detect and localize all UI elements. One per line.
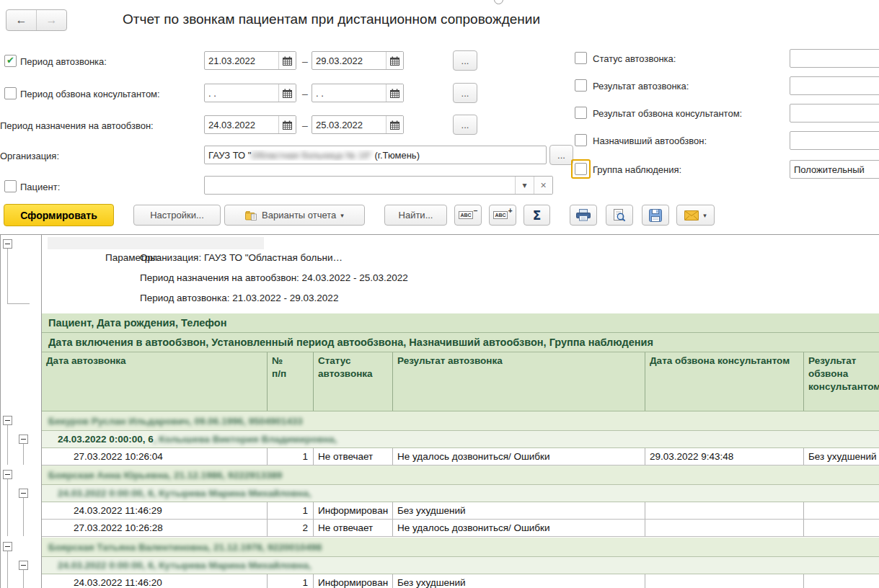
status-autocall-checkbox[interactable] [575,52,587,64]
tree-collapse-group-3[interactable] [3,542,12,551]
preview-icon [613,209,626,222]
abc-icon: ABC [493,211,507,219]
band2-text: Дата включения в автообзвон, Установленн… [48,337,653,348]
observation-group-field[interactable]: Положительный [790,160,879,179]
patient-field[interactable]: ▾ × [204,176,553,195]
patient-group-row[interactable]: Боярская Татьяна Валентиновна, 21.12.197… [42,538,879,557]
tree-line [23,498,24,536]
patient-group-row[interactable]: Боярская Анна Юрьевна, 21.12.1986, 92229… [42,466,879,485]
calendar-icon[interactable] [386,52,403,69]
period-autocall-to-field[interactable]: 29.03.2022 [312,51,404,70]
status-autocall-field[interactable] [790,49,879,68]
period-consultant-to-field[interactable]: . . [312,84,404,102]
blurred-patient-name: Боярская Татьяна Валентиновна, 21.12.197… [48,542,322,553]
tree-collapse-subgroup-1[interactable] [19,435,28,444]
period-assignment-to-field[interactable]: 25.03.2022 [312,115,404,134]
calendar-icon[interactable] [386,116,403,133]
tree-collapse-group-2[interactable] [3,470,12,479]
report-variants-button[interactable]: Варианты отчета ▾ [224,205,365,226]
patient-group-row[interactable]: Бекуров Руслан Ильдарович, 09.06.1996, 9… [42,411,879,431]
organization-field[interactable]: ГАУЗ ТО "Областная больница № 19" (г.Тюм… [204,146,547,164]
autocall-subgroup-row[interactable]: 24.03.2022 0:00:00, 6, Колышева Виктория… [42,431,879,448]
cell-number: 1 [267,448,313,465]
calendar-icon[interactable] [386,84,403,102]
forward-button[interactable]: → [36,10,66,30]
param-autocall-period: Период автозвонка: 21.03.2022 - 29.03.20… [140,288,408,308]
clear-icon[interactable]: × [534,177,552,194]
status-autocall-label: Статус автозвонка: [593,53,676,64]
cell-autocall-result: Без ухудшений [392,502,645,519]
blurred-org-name: Областная больница № 19" [251,150,371,161]
blurred-patient-name: Боярская Анна Юрьевна, 21.12.1986, 92229… [48,470,282,481]
tree-collapse-params[interactable] [3,239,12,249]
totals-button[interactable]: Σ [524,205,550,226]
back-button[interactable]: ← [6,10,36,30]
organization-more-button[interactable]: ... [549,145,573,165]
cell-consult-result: Без ухудшений [803,448,879,465]
cell-consult-date [645,520,803,536]
observation-group-checkbox[interactable] [575,163,587,175]
result-autocall-field[interactable] [790,76,879,95]
send-mail-button[interactable]: ▾ [676,205,715,226]
tree-collapse-group-1[interactable] [3,416,12,425]
cell-consult-date [645,502,803,519]
param-assignment-period: Период назначения на автообзвон: 24.03.2… [140,268,408,288]
report-spreadsheet[interactable]: Параметры: Организация: ГАУЗ ТО "Областн… [0,234,879,588]
tree-collapse-subgroup-2[interactable] [19,489,28,498]
period-consultant-from-field[interactable]: . . [204,84,296,102]
blurred-subgroup-text: 24.03.2022 0:00:00, 6, Кутырева Марина М… [58,560,312,571]
col-header-status: Статус автозвонка [313,352,392,411]
calendar-icon[interactable] [278,84,296,102]
combo-dropdown-icon[interactable]: ▾ [515,177,534,194]
autocall-subgroup-row[interactable]: 24.03.2022 0:00:00, 6, Кутырева Марина М… [42,485,879,502]
assigner-field[interactable] [790,131,879,150]
settings-button[interactable]: Настройки... [133,205,221,226]
band1-text: Пациент, Дата рождения, Телефон [48,317,226,329]
params-lines: Организация: ГАУЗ ТО "Областная больни… … [140,248,408,308]
period-consultant-checkbox[interactable] [4,87,17,99]
tree-collapse-subgroup-3[interactable] [19,561,28,570]
result-consultant-field[interactable] [790,104,879,122]
expand-groups-button[interactable]: ABC+ [489,205,516,226]
top-edge-artifact-icon [494,0,503,4]
envelope-icon [684,210,699,220]
cell-consult-date: 29.03.2022 9:43:48 [645,448,803,465]
result-consultant-checkbox[interactable] [575,107,587,119]
plus-icon: + [508,207,513,215]
period-autocall-more-button[interactable]: ... [453,50,477,71]
period-autocall-from-field[interactable]: 21.03.2022 [204,51,296,70]
back-arrow-icon: ← [16,14,27,27]
autocall-subgroup-row[interactable]: 24.03.2022 0:00:00, 6, Кутырева Марина М… [42,557,879,574]
calendar-icon[interactable] [278,116,296,133]
tree-line [7,425,8,465]
calendar-icon[interactable] [278,52,296,69]
patient-checkbox[interactable] [4,180,17,192]
cell-consult-result [803,574,879,588]
print-button[interactable] [570,205,597,226]
cell-autocall-date: 27.03.2022 10:26:04 [42,448,267,465]
call-data-row[interactable]: 24.03.2022 11:46:20 1 Информирован Без у… [42,574,879,588]
call-data-row[interactable]: 24.03.2022 11:46:29 1 Информирован Без у… [42,502,879,520]
result-autocall-checkbox[interactable] [575,79,587,92]
preview-button[interactable] [606,205,633,226]
assigner-checkbox[interactable] [575,134,587,146]
report-variants-label: Варианты отчета [262,210,336,220]
cell-consult-result [803,520,879,536]
period-consultant-label: Период обзвона консультантом: [20,89,160,99]
band-inclusion-header: Дата включения в автообзвон, Установленн… [42,333,879,352]
period-assignment-from-field[interactable]: 24.03.2022 [204,115,296,134]
call-data-row[interactable]: 27.03.2022 10:26:04 1 Не отвечает Не уда… [42,448,879,466]
cell-autocall-result: Не удалось дозвониться/ Ошибки [392,520,645,536]
find-button[interactable]: Найти... [384,205,447,226]
period-autocall-checkbox[interactable]: ✔ [4,55,17,67]
observation-group-label: Группа наблюдения: [593,164,681,175]
tree-line [7,249,8,303]
cell-autocall-date: 24.03.2022 11:46:20 [42,574,267,588]
save-button[interactable] [642,205,669,226]
range-dash: – [302,55,308,67]
collapse-groups-button[interactable]: ABC− [454,205,482,226]
period-consultant-more-button[interactable]: ... [453,83,477,103]
generate-button[interactable]: Сформировать [4,204,114,226]
period-assignment-more-button[interactable]: ... [453,115,477,135]
call-data-row[interactable]: 27.03.2022 10:26:28 2 Не отвечает Не уда… [42,520,879,537]
